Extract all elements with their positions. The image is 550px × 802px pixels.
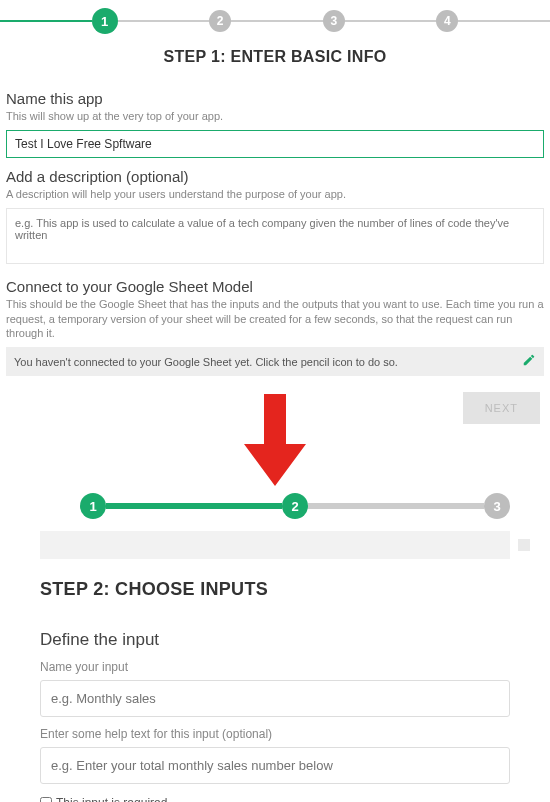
define-input-title: Define the input	[40, 630, 510, 650]
panel-underbar	[40, 531, 510, 559]
underbar-chip	[518, 539, 530, 551]
stepper-line	[231, 20, 323, 22]
progress-stepper-inner: 1 2 3	[40, 493, 510, 519]
connect-title: Connect to your Google Sheet Model	[6, 278, 544, 295]
inner-step-3[interactable]: 3	[484, 493, 510, 519]
stepper-line	[345, 20, 437, 22]
description-title: Add a description (optional)	[6, 168, 544, 185]
step1-title: STEP 1: ENTER BASIC INFO	[6, 38, 544, 80]
stepper-line	[118, 20, 210, 22]
step2-title: STEP 2: CHOOSE INPUTS	[40, 559, 510, 618]
next-button[interactable]: NEXT	[463, 392, 540, 424]
required-checkbox[interactable]	[40, 797, 52, 802]
name-app-help: This will show up at the very top of you…	[6, 109, 544, 124]
step-circle-3[interactable]: 3	[323, 10, 345, 32]
input-name-field[interactable]	[40, 680, 510, 717]
name-app-title: Name this app	[6, 90, 544, 107]
progress-stepper-top: 1 2 3 4	[0, 0, 550, 34]
step-circle-1[interactable]: 1	[92, 8, 118, 34]
input-help-field[interactable]	[40, 747, 510, 784]
step-circle-2[interactable]: 2	[209, 10, 231, 32]
step-circle-4[interactable]: 4	[436, 10, 458, 32]
inner-step-2[interactable]: 2	[282, 493, 308, 519]
input-name-label: Name your input	[40, 660, 510, 674]
description-help: A description will help your users under…	[6, 187, 544, 202]
inner-step-1[interactable]: 1	[80, 493, 106, 519]
stepper-line	[308, 503, 484, 509]
stepper-line	[458, 20, 550, 22]
stepper-line	[106, 503, 282, 509]
input-help-label: Enter some help text for this input (opt…	[40, 727, 510, 741]
app-name-input[interactable]	[6, 130, 544, 158]
required-label: This input is required	[56, 796, 167, 802]
connect-status-bar: You haven't connected to your Google She…	[6, 347, 544, 376]
connect-help: This should be the Google Sheet that has…	[6, 297, 544, 342]
pencil-icon[interactable]	[522, 353, 536, 370]
connect-status-text: You haven't connected to your Google She…	[14, 356, 522, 368]
description-textarea[interactable]	[6, 208, 544, 264]
arrow-down-icon	[240, 394, 310, 489]
stepper-line	[0, 20, 92, 22]
